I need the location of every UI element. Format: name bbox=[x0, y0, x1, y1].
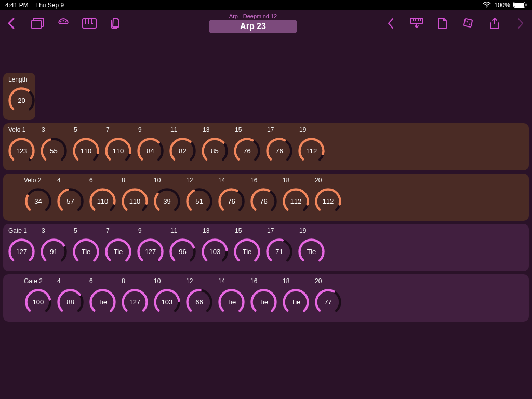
svg-rect-2 bbox=[514, 3, 524, 7]
gate1-knob-2[interactable]: 91 bbox=[39, 237, 68, 266]
step-number: 7 bbox=[105, 227, 137, 234]
status-date: Thu Sep 9 bbox=[35, 2, 64, 9]
status-battery-pct: 100% bbox=[494, 2, 510, 9]
velo1-knob-8[interactable]: 76 bbox=[233, 137, 261, 165]
velo2-knob-2[interactable]: 57 bbox=[56, 187, 85, 216]
status-time: 4:41 PM bbox=[5, 2, 29, 9]
preset-group-label: Arp - Deepmind 12 bbox=[229, 13, 277, 19]
velo1-knob-7[interactable]: 85 bbox=[201, 137, 229, 165]
status-left: 4:41 PM Thu Sep 9 bbox=[5, 2, 64, 9]
gate2-knob-8[interactable]: Tie bbox=[249, 288, 278, 316]
gate2-knob-9-label: Tie bbox=[282, 288, 310, 316]
share-icon[interactable] bbox=[487, 16, 502, 31]
velo1-knob-9[interactable]: 76 bbox=[265, 137, 294, 165]
length-knob-label: 20 bbox=[7, 86, 36, 115]
midi-port-icon[interactable] bbox=[56, 16, 71, 31]
step-number: 3 bbox=[41, 126, 73, 134]
velo2-knob-8[interactable]: 76 bbox=[249, 187, 278, 216]
gate1-knob-4[interactable]: Tie bbox=[104, 237, 132, 266]
gate1-knob-1[interactable]: 127 bbox=[7, 237, 36, 266]
svg-point-0 bbox=[486, 6, 487, 7]
velo2-knob-1[interactable]: 34 bbox=[24, 187, 52, 216]
step-number: 15 bbox=[234, 227, 266, 234]
gate2-knob-1-label: 100 bbox=[24, 288, 52, 316]
velo2-knob-9[interactable]: 112 bbox=[282, 187, 310, 216]
gate2-knob-7[interactable]: Tie bbox=[217, 288, 246, 316]
gate2-knob-3[interactable]: Tie bbox=[88, 288, 117, 316]
velo1-knob-4[interactable]: 110 bbox=[104, 137, 132, 165]
gate2-knob-10[interactable]: 77 bbox=[314, 288, 342, 316]
length-knob[interactable]: 20 bbox=[7, 86, 36, 115]
back-button[interactable] bbox=[4, 16, 19, 31]
gate2-knob-6-label: 66 bbox=[185, 288, 214, 316]
gate1-knob-10-label: Tie bbox=[297, 237, 326, 266]
velo1-knob-1[interactable]: 123 bbox=[7, 137, 36, 165]
gate2-knob-7-label: Tie bbox=[217, 288, 246, 316]
piano-icon[interactable] bbox=[82, 16, 97, 31]
velo1-knob-6[interactable]: 82 bbox=[168, 137, 197, 165]
velo2-knob-7[interactable]: 76 bbox=[217, 187, 246, 216]
gate2-knob-1[interactable]: 100 bbox=[24, 288, 52, 316]
windows-icon[interactable] bbox=[30, 16, 45, 31]
gate1-knob-6[interactable]: 96 bbox=[168, 237, 197, 266]
velo2-knob-9-label: 112 bbox=[282, 187, 310, 216]
gate2-knob-6[interactable]: 66 bbox=[185, 288, 214, 316]
velo2-knob-3[interactable]: 110 bbox=[88, 187, 117, 216]
velo2-knob-5[interactable]: 39 bbox=[153, 187, 181, 216]
velo1-knob-3[interactable]: 110 bbox=[72, 137, 100, 165]
velo1-knob-9-label: 76 bbox=[265, 137, 294, 165]
velo1-knob-2[interactable]: 55 bbox=[39, 137, 68, 165]
step-number: 11 bbox=[169, 227, 202, 234]
gate1-knob-3[interactable]: Tie bbox=[72, 237, 100, 266]
svg-point-12 bbox=[469, 24, 470, 25]
velo2-knob-8-label: 76 bbox=[249, 187, 278, 216]
gate1-knob-8-label: Tie bbox=[233, 237, 261, 266]
velo1-knob-5[interactable]: 84 bbox=[136, 137, 165, 165]
preset-title[interactable]: Arp 23 bbox=[209, 20, 297, 33]
toolbar: Arp - Deepmind 12 Arp 23 bbox=[0, 10, 532, 36]
step-number: 19 bbox=[298, 126, 330, 134]
documents-icon[interactable] bbox=[108, 16, 123, 31]
gate1-knob-2-label: 91 bbox=[39, 237, 68, 266]
gate2-row: 100 88 Tie bbox=[7, 288, 525, 316]
prev-preset-button[interactable] bbox=[383, 16, 398, 31]
step-number: 3 bbox=[41, 227, 73, 234]
velo1-knob-10[interactable]: 112 bbox=[297, 137, 326, 165]
svg-rect-10 bbox=[464, 18, 473, 27]
step-number: 7 bbox=[105, 126, 137, 134]
dice-icon[interactable] bbox=[461, 16, 476, 31]
step-number: 5 bbox=[73, 126, 105, 134]
velo2-knob-6[interactable]: 51 bbox=[185, 187, 214, 216]
status-bar: 4:41 PM Thu Sep 9 100% bbox=[0, 0, 532, 10]
gate2-knob-4[interactable]: 127 bbox=[121, 288, 149, 316]
velo1-knob-1-label: 123 bbox=[7, 137, 36, 165]
gate1-knob-5[interactable]: 127 bbox=[136, 237, 165, 266]
gate1-knob-1-label: 127 bbox=[7, 237, 36, 266]
gate2-knob-8-label: Tie bbox=[249, 288, 278, 316]
velo2-knob-4[interactable]: 110 bbox=[121, 187, 149, 216]
gate1-knob-8[interactable]: Tie bbox=[233, 237, 261, 266]
velo2-knob-5-label: 39 bbox=[153, 187, 181, 216]
file-icon[interactable] bbox=[435, 16, 450, 31]
velo1-knob-7-label: 85 bbox=[201, 137, 229, 165]
gate1-knob-4-label: Tie bbox=[104, 237, 132, 266]
length-label: Length bbox=[8, 76, 41, 83]
next-preset-button[interactable] bbox=[513, 16, 528, 31]
keyboard-panel-icon[interactable] bbox=[409, 16, 424, 31]
velo1-section: Velo 1 35791113151719 123 55 bbox=[3, 123, 529, 170]
gate2-knob-9[interactable]: Tie bbox=[282, 288, 310, 316]
gate1-section: Gate 1 35791113151719 127 91 bbox=[3, 224, 529, 271]
gate1-knob-7[interactable]: 103 bbox=[201, 237, 229, 266]
gate2-knob-3-label: Tie bbox=[88, 288, 117, 316]
gate1-knob-9[interactable]: 71 bbox=[265, 237, 294, 266]
gate1-knob-3-label: Tie bbox=[72, 237, 100, 266]
toolbar-left bbox=[4, 16, 123, 31]
gate2-knob-5[interactable]: 103 bbox=[153, 288, 181, 316]
step-number: 9 bbox=[137, 126, 169, 134]
gate1-knob-10[interactable]: Tie bbox=[297, 237, 326, 266]
velo2-knob-10[interactable]: 112 bbox=[314, 187, 342, 216]
step-number: 13 bbox=[202, 227, 234, 234]
velo2-knob-6-label: 51 bbox=[185, 187, 214, 216]
gate2-knob-2[interactable]: 88 bbox=[56, 288, 85, 316]
velo1-label: Velo 1 bbox=[8, 126, 41, 134]
